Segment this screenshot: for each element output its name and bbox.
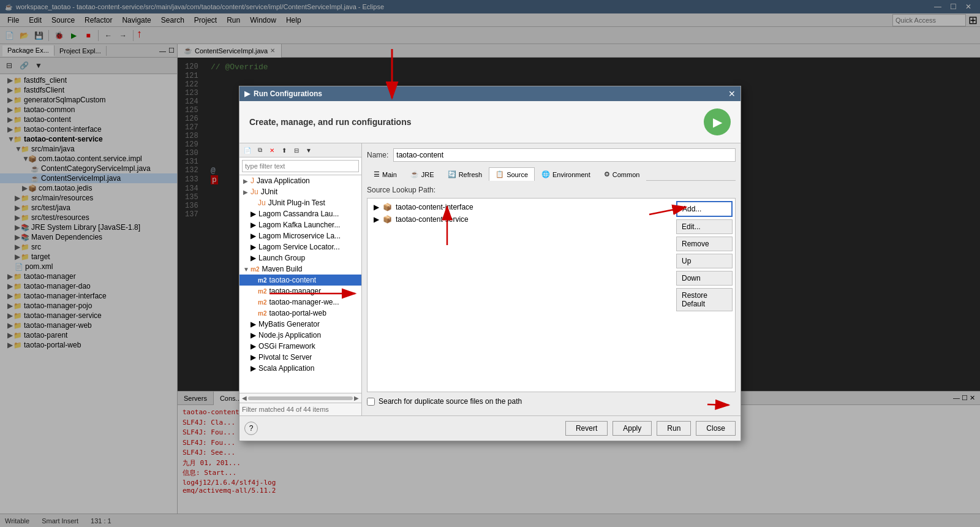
launch-group-icon: ▶ [251,254,256,262]
name-row: Name: [367,148,736,162]
maven-item-icon: m2 [258,277,266,284]
maven-item-icon: m2 [258,288,266,295]
dialog-title-bar: ▶ Run Configurations ✕ [239,86,741,101]
help-button[interactable]: ? [244,422,258,435]
environment-tab-label: Environment [552,171,590,178]
environment-tab-icon: 🌐 [541,170,550,178]
config-type-scala[interactable]: ▶ Scala Application [239,363,361,374]
config-tabs: ☰ Main ☕ JRE 🔄 Refresh 📋 Source [367,167,736,181]
project-icon: 📦 [383,215,392,224]
junit-icon: Ju [251,188,258,196]
config-type-lagom-kafka[interactable]: ▶ Lagom Kafka Launcher... [239,219,361,230]
config-type-pivotal[interactable]: ▶ Pivotal tc Server [239,352,361,363]
run-icon: ▶ [704,108,731,135]
nodejs-icon: ▶ [251,331,256,339]
config-item-taotao-manager[interactable]: m2 taotao-manager [239,286,361,297]
config-item-taotao-content[interactable]: m2 taotao-content [239,275,361,286]
common-tab-label: Common [612,171,640,178]
lagom-icon: ▶ [251,232,256,240]
project-icon: 📦 [383,203,392,211]
duplicate-config-button[interactable]: ⧉ [254,145,265,156]
export-config-button[interactable]: ⬆ [279,145,290,156]
new-config-button[interactable]: 📄 [242,145,253,156]
config-type-osgi[interactable]: ▶ OSGi Framework [239,341,361,352]
config-type-mybatis[interactable]: ▶ MyBatis Generator [239,319,361,330]
refresh-tab-icon: 🔄 [448,170,456,178]
lagom-icon: ▶ [251,243,256,251]
tab-source[interactable]: 📋 Source [489,167,535,181]
source-tab-label: Source [507,171,528,178]
source-tab-content: Source Lookup Path: ▶ 📦 taotao-content-i… [367,186,736,411]
source-item-service-label: taotao-content-service [396,215,469,224]
source-item-service[interactable]: ▶ 📦 taotao-content-service [370,213,671,226]
config-type-lagom-microservice[interactable]: ▶ Lagom Microservice La... [239,230,361,241]
dialog-config-detail-panel: Name: ☰ Main ☕ JRE 🔄 Refresh [362,143,741,415]
revert-button[interactable]: Revert [565,421,608,436]
dialog-close-button[interactable]: ✕ [728,89,736,99]
source-lookup-list: ▶ 📦 taotao-content-interface ▶ 📦 taotao-… [368,199,674,392]
down-source-button[interactable]: Down [676,271,733,286]
source-lookup-label: Source Lookup Path: [367,186,736,194]
remove-source-button[interactable]: Remove [676,237,733,251]
add-source-button[interactable]: Add... [676,201,733,217]
jre-tab-label: JRE [421,171,434,178]
config-type-nodejs[interactable]: ▶ Node.js Application [239,330,361,341]
duplicate-files-label[interactable]: Search for duplicate source files on the… [379,397,522,406]
dialog-header: Create, manage, and run configurations ▶ [239,101,741,143]
name-label: Name: [367,151,388,159]
pivotal-icon: ▶ [251,353,256,362]
edit-source-button[interactable]: Edit... [676,219,733,234]
config-type-tree: ▶ J Java Application ▶ Ju JUnit Ju [239,175,361,393]
scroll-left-icon[interactable]: ◀ [242,395,247,401]
config-type-junit-plugin[interactable]: Ju JUnit Plug-in Test [239,197,361,208]
config-item-taotao-manager-we[interactable]: m2 taotao-manager-we... [239,297,361,308]
dialog-overlay: ▶ Run Configurations ✕ Create, manage, a… [0,0,980,527]
java-app-icon: J [251,176,254,185]
lagom-icon: ▶ [251,221,256,229]
config-type-java-application[interactable]: ▶ J Java Application [239,175,361,186]
run-config-button[interactable]: Run [657,421,691,436]
duplicate-files-checkbox-row: Search for duplicate source files on the… [367,397,736,406]
dialog-footer: ? Revert Apply Run Close [239,415,741,441]
config-filter-input[interactable] [242,160,359,172]
mybatis-icon: ▶ [251,320,256,328]
maven-item-icon: m2 [258,310,266,317]
main-tab-icon: ☰ [374,170,380,178]
play-icon: ▶ [713,115,722,129]
expand-arrow-icon: ▶ [374,215,379,224]
close-dialog-button[interactable]: Close [696,421,736,436]
common-tab-icon: ⚙ [604,170,610,178]
tab-refresh[interactable]: 🔄 Refresh [441,167,489,181]
delete-config-button[interactable]: ✕ [266,145,277,156]
restore-default-button[interactable]: Restore Default [676,288,733,311]
config-name-input[interactable] [393,148,736,162]
config-item-taotao-portal-web[interactable]: m2 taotao-portal-web [239,308,361,319]
apply-button[interactable]: Apply [612,421,652,436]
config-type-lagom-cassandra[interactable]: ▶ Lagom Cassandra Lau... [239,208,361,219]
tab-main[interactable]: ☰ Main [367,167,404,181]
collapse-all-config-button[interactable]: ⊟ [291,145,302,156]
source-item-interface[interactable]: ▶ 📦 taotao-content-interface [370,201,671,213]
horizontal-scrollbar[interactable] [248,396,353,400]
source-tab-icon: 📋 [496,170,504,178]
config-type-maven-build[interactable]: ▼ m2 Maven Build [239,264,361,275]
lagom-icon: ▶ [251,210,256,218]
tab-environment[interactable]: 🌐 Environment [535,167,597,181]
config-type-junit[interactable]: ▶ Ju JUnit [239,186,361,197]
scroll-right-icon[interactable]: ▶ [354,395,359,401]
tab-common[interactable]: ⚙ Common [597,167,647,181]
refresh-tab-label: Refresh [459,171,483,178]
filter-config-button[interactable]: ▼ [303,145,314,156]
dialog-config-tree-panel: 📄 ⧉ ✕ ⬆ ⊟ ▼ ▶ J Java Application [239,143,362,415]
dialog-title: Run Configurations [254,89,322,98]
up-source-button[interactable]: Up [676,254,733,268]
config-type-launch-group[interactable]: ▶ Launch Group [239,252,361,264]
tab-jre[interactable]: ☕ JRE [404,167,441,181]
dialog-footer-right: Revert Apply Run Close [565,421,736,436]
dialog-left-toolbar: 📄 ⧉ ✕ ⬆ ⊟ ▼ [239,143,361,157]
config-type-lagom-service[interactable]: ▶ Lagom Service Locator... [239,241,361,252]
duplicate-files-checkbox[interactable] [367,398,375,406]
maven-icon: m2 [251,266,259,273]
config-filter-area [239,157,361,175]
source-list-container: ▶ 📦 taotao-content-interface ▶ 📦 taotao-… [367,198,736,392]
